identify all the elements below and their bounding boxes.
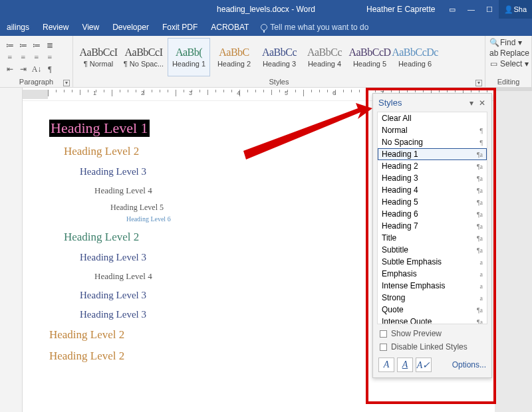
disable-linked-check[interactable]: Disable Linked Styles — [373, 340, 491, 354]
style-item-heading-2[interactable]: Heading 2¶a — [378, 160, 487, 172]
ribbon-display-button[interactable]: ▭ — [443, 0, 462, 19]
ribbon: ≔≔≔≣ ≡≡≡≡ ⇤⇥A↓¶ Paragraph▾ AaBbCcI¶ Norm… — [0, 36, 532, 88]
tab-acrobat[interactable]: ACROBAT — [204, 19, 255, 36]
style-heading-4[interactable]: AaBbCcHeading 4 — [303, 38, 346, 76]
select-button[interactable]: ▭Select ▾ — [489, 58, 529, 69]
styles-options-link[interactable]: Options... — [452, 360, 486, 369]
style--normal[interactable]: AaBbCcI¶ Normal — [77, 38, 120, 76]
group-paragraph-label: Paragraph — [19, 78, 53, 86]
group-styles: AaBbCcI¶ NormalAaBbCcI¶ No Spac...AaBb(H… — [73, 36, 485, 87]
user-name[interactable]: Heather E Caprette — [366, 5, 435, 14]
styles-launcher[interactable]: ▾ — [475, 80, 482, 86]
style-heading-5[interactable]: AaBbCcDHeading 5 — [348, 38, 391, 76]
style-item-intense-emphasis[interactable]: Intense Emphasisa — [378, 280, 487, 292]
style-item-quote[interactable]: Quote¶a — [378, 304, 487, 316]
new-style-button[interactable]: A — [378, 358, 394, 372]
group-editing-label: Editing — [497, 78, 520, 86]
doc-heading-1[interactable]: Heading Level 1 — [49, 120, 150, 137]
style-item-emphasis[interactable]: Emphasisa — [378, 268, 487, 280]
titlebar: heading_levels.docx - Word Heather E Cap… — [0, 0, 532, 19]
minimize-button[interactable]: — — [462, 0, 480, 19]
ribbon-tabs: ailingsReviewViewDeveloperFoxit PDFACROB… — [0, 19, 532, 36]
style-item-heading-4[interactable]: Heading 4¶a — [378, 184, 487, 196]
style-item-intense-quote[interactable]: Intense Quote¶a — [378, 316, 487, 324]
style-item-heading-3[interactable]: Heading 3¶a — [378, 172, 487, 184]
tab-ailings[interactable]: ailings — [0, 19, 36, 36]
tab-developer[interactable]: Developer — [106, 19, 156, 36]
share-button[interactable]: 👤 Sha — [499, 0, 532, 19]
style-heading-2[interactable]: AaBbCHeading 2 — [213, 38, 255, 76]
restore-button[interactable]: ☐ — [480, 0, 499, 19]
replace-button[interactable]: abReplace — [489, 48, 529, 58]
tab-view[interactable]: View — [75, 19, 106, 36]
style-item-normal[interactable]: Normal¶ — [378, 124, 487, 136]
paragraph-icons[interactable]: ≔≔≔≣ ≡≡≡≡ ⇤⇥A↓¶ — [4, 40, 56, 74]
find-button[interactable]: 🔍Find ▾ — [489, 37, 522, 48]
lightbulb-icon — [261, 24, 267, 31]
style--no-spac-[interactable]: AaBbCcI¶ No Spac... — [122, 38, 165, 76]
tell-me[interactable]: Tell me what you want to do — [255, 19, 374, 36]
group-paragraph: ≔≔≔≣ ≡≡≡≡ ⇤⇥A↓¶ Paragraph▾ — [0, 36, 73, 87]
style-heading-1[interactable]: AaBb(Heading 1 — [168, 38, 210, 76]
group-editing: 🔍Find ▾ abReplace ▭Select ▾ Editing — [485, 36, 532, 87]
style-item-heading-7[interactable]: Heading 7¶a — [378, 220, 487, 232]
right-background — [495, 88, 532, 412]
group-styles-label: Styles — [269, 78, 289, 86]
styles-pane-menu[interactable]: ▾ — [466, 98, 477, 108]
styles-pane-close[interactable]: ✕ — [477, 98, 487, 108]
style-item-subtle-emphasis[interactable]: Subtle Emphasisa — [378, 256, 487, 268]
tab-review[interactable]: Review — [36, 19, 75, 36]
style-item-heading-5[interactable]: Heading 5¶a — [378, 196, 487, 208]
styles-pane-title: Styles — [378, 98, 466, 108]
style-item-subtitle[interactable]: Subtitle¶a — [378, 244, 487, 256]
styles-pane: Styles ▾ ✕ Clear AllNormal¶No Spacing¶He… — [372, 93, 492, 378]
style-item-heading-6[interactable]: Heading 6¶a — [378, 208, 487, 220]
tab-foxit-pdf[interactable]: Foxit PDF — [156, 19, 204, 36]
style-item-heading-1[interactable]: Heading 1¶a — [378, 148, 487, 160]
style-inspector-button[interactable]: A — [397, 358, 413, 372]
show-preview-check[interactable]: Show Preview — [373, 327, 491, 340]
style-heading-6[interactable]: AaBbCcDcHeading 6 — [394, 38, 436, 76]
tell-me-label: Tell me what you want to do — [270, 23, 368, 32]
vertical-ruler[interactable] — [0, 101, 23, 412]
style-item-no-spacing[interactable]: No Spacing¶ — [378, 136, 487, 148]
style-item-clear-all[interactable]: Clear All — [378, 112, 487, 124]
window-title: heading_levels.docx - Word — [217, 5, 315, 14]
manage-styles-button[interactable]: A✓ — [416, 358, 432, 372]
style-item-strong[interactable]: Stronga — [378, 292, 487, 304]
style-heading-3[interactable]: AaBbCcHeading 3 — [258, 38, 301, 76]
paragraph-launcher[interactable]: ▾ — [63, 80, 70, 86]
styles-list[interactable]: Clear AllNormal¶No Spacing¶Heading 1¶aHe… — [377, 112, 487, 324]
style-item-title[interactable]: Title¶a — [378, 232, 487, 244]
